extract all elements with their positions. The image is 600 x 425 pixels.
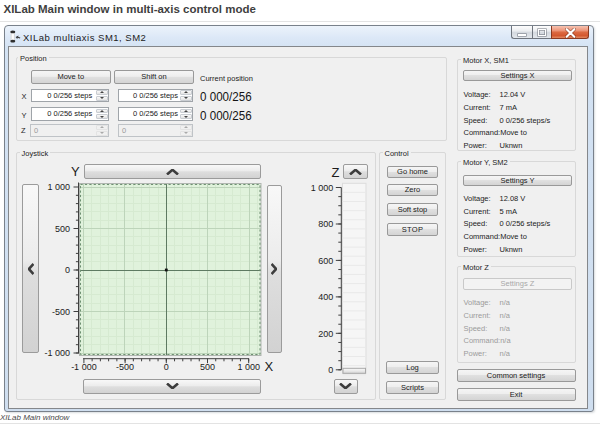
svg-text:-1 000: -1 000 (44, 348, 70, 358)
svg-text:600: 600 (318, 256, 333, 266)
svg-text:-500: -500 (116, 362, 134, 372)
svg-text:0: 0 (328, 365, 333, 375)
svg-text:-500: -500 (52, 307, 70, 317)
svg-text:1 000: 1 000 (237, 362, 260, 372)
svg-text:0: 0 (65, 265, 70, 275)
svg-text:200: 200 (318, 329, 333, 339)
svg-text:0: 0 (164, 362, 169, 372)
svg-text:500: 500 (200, 362, 215, 372)
svg-text:400: 400 (318, 292, 333, 302)
svg-text:500: 500 (55, 224, 70, 234)
svg-text:1 000: 1 000 (311, 183, 334, 193)
svg-text:-1 000: -1 000 (71, 362, 97, 372)
svg-text:800: 800 (318, 219, 333, 229)
svg-text:1 000: 1 000 (47, 182, 70, 192)
